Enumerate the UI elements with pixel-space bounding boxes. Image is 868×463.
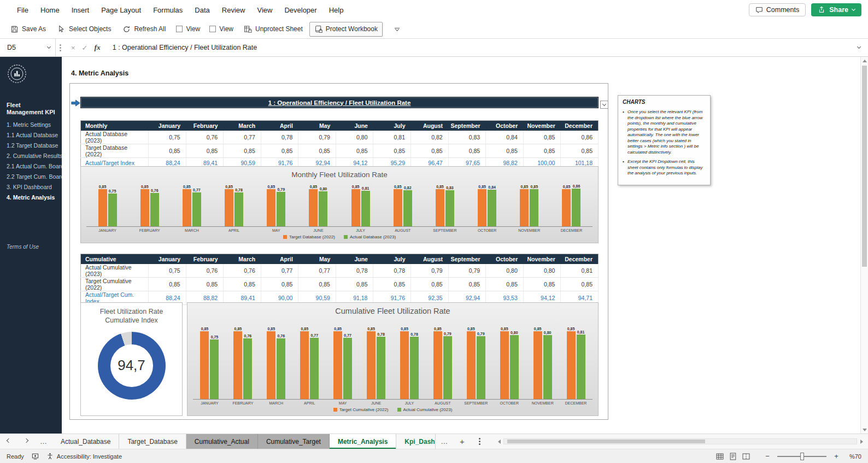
table-cell[interactable]: 0,77 (261, 264, 298, 278)
actual-bar[interactable] (277, 338, 285, 399)
target-bar[interactable] (467, 331, 476, 399)
table-cell[interactable]: 0,85 (224, 144, 261, 157)
horizontal-scrollbar-track[interactable] (503, 438, 857, 444)
month-column-header[interactable]: February (186, 121, 224, 131)
table-cell[interactable]: 0,85 (261, 277, 298, 291)
actual-bar[interactable] (377, 337, 385, 399)
view-checkbox-2[interactable]: View (206, 22, 237, 36)
sidebar-item-1-metric-settings[interactable]: 1. Metric Settings (0, 119, 62, 130)
menu-item-file[interactable]: File (11, 2, 34, 18)
target-bar[interactable] (233, 331, 242, 399)
month-column-header[interactable]: November (523, 121, 561, 131)
table-cell[interactable]: 0,85 (186, 144, 224, 157)
table-cell[interactable]: 0,76 (186, 264, 224, 278)
actual-bar[interactable] (108, 194, 117, 226)
table-cell[interactable]: 0,75 (149, 264, 186, 278)
month-column-header[interactable]: August (411, 121, 449, 131)
table-cell[interactable]: 0,85 (411, 144, 449, 157)
name-box[interactable]: D5 (0, 39, 56, 56)
row-label[interactable]: Target Database (2022) (81, 144, 149, 157)
actual-bar[interactable] (510, 335, 519, 399)
menu-item-insert[interactable]: Insert (66, 2, 96, 18)
monthly-bar-chart[interactable]: Monthly Fleet Utilization Rate 0,850,750… (80, 166, 599, 243)
view-checkbox-1[interactable]: View (172, 22, 204, 36)
target-bar[interactable] (367, 331, 376, 399)
table-corner-header[interactable]: Cumulative (81, 254, 149, 264)
table-corner-header[interactable]: Monthly (81, 121, 149, 131)
next-sheet-button[interactable] (17, 434, 35, 449)
target-bar[interactable] (98, 189, 107, 226)
actual-bar[interactable] (192, 192, 201, 226)
table-cell[interactable]: 0,78 (336, 264, 373, 278)
ribbon-options-button[interactable] (390, 24, 404, 34)
menu-item-home[interactable]: Home (34, 2, 66, 18)
sheet-tab-cumulative-actual[interactable]: Cumulative_Actual (186, 434, 258, 449)
table-cell[interactable]: 0,85 (149, 144, 186, 157)
sheet-tab-actual-database[interactable]: Actual_Database (52, 434, 119, 449)
target-bar[interactable] (200, 331, 209, 399)
actual-bar[interactable] (243, 338, 252, 399)
month-column-header[interactable]: May (298, 121, 336, 131)
insert-function-icon[interactable]: fx (95, 43, 101, 52)
month-column-header[interactable]: April (261, 254, 298, 264)
table-cell[interactable]: 0,86 (561, 131, 599, 144)
table-cell[interactable]: 0,85 (561, 277, 599, 291)
all-sheets-button[interactable]: … (35, 434, 52, 449)
scroll-down-icon[interactable] (861, 426, 868, 433)
table-cell[interactable]: 0,85 (261, 144, 298, 157)
zoom-slider-thumb[interactable] (800, 453, 804, 460)
target-bar[interactable] (433, 331, 442, 399)
menu-item-data[interactable]: Data (189, 2, 215, 18)
new-sheet-button[interactable]: + (453, 434, 471, 449)
table-cell[interactable]: 0,77 (224, 131, 261, 144)
target-bar[interactable] (140, 189, 149, 226)
scroll-up-icon[interactable] (861, 57, 868, 65)
sidebar-item-1-2-target-database[interactable]: 1.2 Target Database (0, 140, 62, 150)
menu-item-page-layout[interactable]: Page Layout (95, 2, 147, 18)
table-cell[interactable]: 0,84 (486, 131, 524, 144)
target-bar[interactable] (400, 331, 409, 399)
actual-bar[interactable] (445, 190, 454, 226)
actual-bar[interactable] (403, 190, 412, 226)
actual-bar[interactable] (530, 189, 538, 226)
table-cell[interactable]: 0,83 (448, 131, 486, 144)
actual-bar[interactable] (310, 338, 319, 399)
table-cell[interactable]: 0,76 (224, 264, 261, 278)
table-cell[interactable]: 0,85 (298, 144, 336, 157)
table-cell[interactable]: 0,85 (486, 277, 524, 291)
zoom-slider[interactable] (777, 456, 826, 457)
confirm-entry-icon[interactable]: ✓ (82, 44, 88, 52)
previous-sheet-button[interactable] (0, 434, 17, 449)
sidebar-item-2-1-actual-cum-board[interactable]: 2.1 Actual Cum. Board (0, 161, 62, 171)
month-column-header[interactable]: January (149, 121, 186, 131)
kpi-dropdown-cell[interactable]: 1 : Operational Efficiency / Fleet Utili… (80, 97, 599, 108)
actual-bar[interactable] (343, 338, 352, 399)
row-label[interactable]: Actual Database (2023) (81, 131, 149, 144)
actual-bar[interactable] (277, 192, 285, 226)
table-cell[interactable]: 0,85 (298, 277, 336, 291)
target-bar[interactable] (394, 189, 402, 226)
table-cell[interactable]: 0,85 (373, 277, 411, 291)
scroll-right-icon[interactable] (857, 439, 866, 444)
share-button[interactable]: Share (811, 3, 861, 16)
sidebar-item-2-2-target-cum-board[interactable]: 2.2 Target Cum. Board (0, 171, 62, 181)
horizontal-scrollbar-thumb[interactable] (507, 439, 705, 443)
month-column-header[interactable]: June (336, 254, 373, 264)
table-cell[interactable]: 0,79 (448, 264, 486, 278)
actual-bar[interactable] (477, 336, 485, 399)
page-break-preview-icon[interactable] (742, 453, 750, 460)
table-cell[interactable]: 0,85 (523, 277, 561, 291)
target-bar[interactable] (333, 331, 342, 399)
month-column-header[interactable]: January (149, 254, 186, 264)
more-sheets-button[interactable]: … (436, 434, 453, 449)
menu-item-formulas[interactable]: Formulas (147, 2, 189, 18)
checkbox-icon[interactable] (176, 26, 183, 32)
table-cell[interactable]: 0,81 (561, 264, 599, 278)
target-bar[interactable] (225, 189, 233, 226)
actual-bar[interactable] (488, 190, 496, 226)
table-cell[interactable]: 0,85 (448, 144, 486, 157)
unprotect-sheet-button[interactable]: Unprotect Sheet (239, 22, 308, 37)
month-column-header[interactable]: December (561, 254, 599, 264)
table-cell[interactable]: 0,85 (523, 144, 561, 157)
table-cell[interactable]: 0,79 (298, 131, 336, 144)
